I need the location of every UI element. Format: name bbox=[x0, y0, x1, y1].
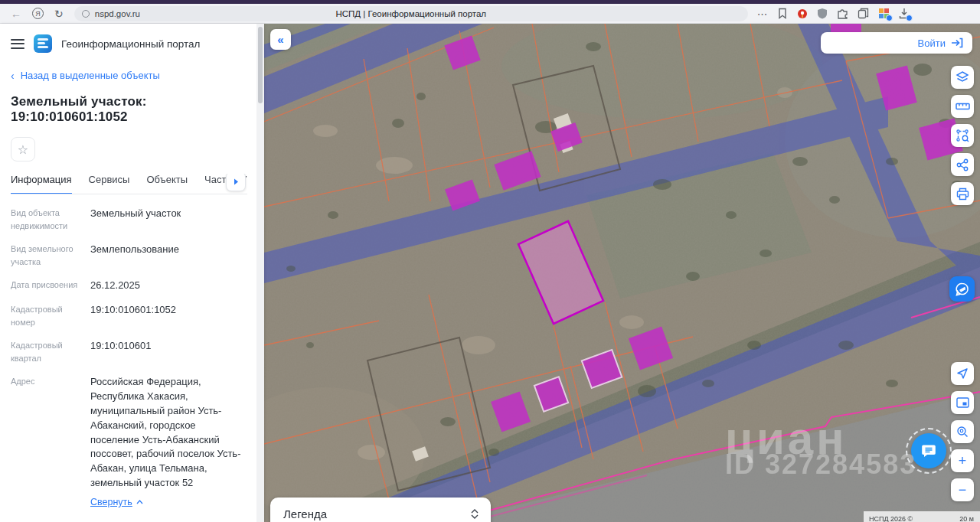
sync-icon[interactable] bbox=[878, 8, 890, 19]
zoom-out-button[interactable]: − bbox=[951, 478, 974, 501]
back-to-selected-link[interactable]: ‹ Назад в выделенные объекты bbox=[11, 70, 247, 81]
locate-button[interactable] bbox=[951, 362, 974, 385]
search-coordinates-button[interactable] bbox=[951, 420, 974, 443]
puzzle-extension-icon[interactable] bbox=[837, 8, 848, 19]
field-value: Земельный участок bbox=[90, 207, 247, 233]
more-icon[interactable]: ⋯ bbox=[757, 8, 768, 20]
legend-panel[interactable]: Легенда bbox=[270, 498, 491, 522]
chevron-up-icon bbox=[136, 500, 143, 504]
chat-bubble-icon bbox=[920, 442, 937, 459]
star-icon: ☆ bbox=[18, 142, 28, 157]
field-row: Кадастровый квартал 19:10:010601 bbox=[11, 339, 247, 365]
share-button[interactable] bbox=[951, 153, 974, 176]
tab-bar: Информация Сервисы Объекты Части ЗУ Сост… bbox=[11, 174, 247, 194]
tab-objects[interactable]: Объекты bbox=[146, 174, 188, 194]
triangle-right-icon bbox=[234, 178, 239, 185]
layers-button[interactable] bbox=[951, 66, 974, 89]
minimap-icon bbox=[956, 397, 969, 408]
attribution-text: НСПД 2026 © bbox=[869, 515, 913, 522]
parcel-title: Земельный участок: 19:10:010601:1052 bbox=[11, 94, 247, 125]
field-label: Вид земельного участка bbox=[11, 243, 90, 269]
field-value: 19:10:010601:1052 bbox=[90, 303, 247, 329]
field-row: Вид объекта недвижимости Земельный участ… bbox=[11, 207, 247, 233]
collapse-label: Свернуть bbox=[90, 495, 132, 509]
minimap-button[interactable] bbox=[951, 391, 974, 414]
login-label: Войти bbox=[918, 38, 946, 49]
map-attribution: НСПД 2026 © 20 м bbox=[864, 511, 980, 522]
sync-badge bbox=[886, 15, 893, 21]
satellite-map-image[interactable] bbox=[264, 24, 980, 522]
area-select-icon bbox=[956, 129, 969, 142]
field-value: Землепользование bbox=[90, 243, 247, 269]
search-location-icon bbox=[956, 426, 969, 438]
sidebar-collapse-button[interactable]: « bbox=[270, 29, 291, 50]
page-title: НСПД | Геоинформационный портал bbox=[74, 9, 748, 18]
browser-toolbar: ← Я ↻ nspd.gov.ru НСПД | Геоинформационн… bbox=[0, 4, 980, 24]
tabs-scroll-right-button[interactable] bbox=[226, 174, 246, 191]
login-arrow-icon bbox=[951, 38, 963, 48]
tab-information[interactable]: Информация bbox=[11, 174, 72, 194]
sidebar-scrollbar[interactable] bbox=[256, 24, 264, 522]
minus-icon: − bbox=[959, 482, 967, 498]
field-row: Кадастровый номер 19:10:010601:1052 bbox=[11, 303, 247, 329]
measure-button[interactable] bbox=[951, 95, 974, 118]
field-value: 19:10:010601 bbox=[90, 339, 247, 365]
menu-icon[interactable] bbox=[11, 39, 24, 49]
plus-icon: + bbox=[959, 453, 967, 469]
field-label: Кадастровый номер bbox=[11, 303, 90, 329]
screen: ← Я ↻ nspd.gov.ru НСПД | Геоинформационн… bbox=[0, 0, 980, 522]
scale-label: 20 м bbox=[959, 515, 974, 522]
refresh-icon[interactable]: ↻ bbox=[54, 8, 64, 20]
back-link-label: Назад в выделенные объекты bbox=[21, 70, 160, 81]
panorama-button[interactable] bbox=[949, 276, 975, 302]
legend-expand-icon[interactable] bbox=[471, 503, 479, 519]
chevron-left-icon: ‹ bbox=[11, 70, 15, 81]
scrollbar-thumb[interactable] bbox=[258, 27, 263, 103]
field-label: Вид объекта недвижимости bbox=[11, 207, 90, 233]
zoom-in-button[interactable]: + bbox=[951, 449, 974, 472]
site-globe-icon bbox=[82, 10, 90, 18]
info-sidebar: Геоинформационный портал ‹ Назад в выдел… bbox=[0, 24, 264, 522]
field-row: Дата присвоения 26.12.2025 bbox=[11, 279, 247, 293]
downloads-icon[interactable] bbox=[899, 8, 910, 19]
field-list: Вид объекта недвижимости Земельный участ… bbox=[11, 207, 247, 522]
portal-logo bbox=[34, 34, 52, 53]
field-label: Адрес bbox=[11, 375, 90, 510]
chat-button[interactable] bbox=[911, 433, 946, 468]
downloads-badge bbox=[906, 15, 913, 21]
map-canvas[interactable]: « Войти + bbox=[264, 24, 980, 522]
area-select-button[interactable] bbox=[951, 124, 974, 147]
legend-label: Легенда bbox=[283, 501, 327, 520]
back-icon[interactable]: ← bbox=[11, 8, 21, 20]
address-bar[interactable]: nspd.gov.ru НСПД | Геоинформационный пор… bbox=[74, 6, 748, 21]
field-label: Дата присвоения bbox=[11, 279, 90, 293]
ruler-icon bbox=[956, 101, 970, 112]
field-value: 26.12.2025 bbox=[90, 279, 247, 293]
collapse-address-link[interactable]: Свернуть bbox=[90, 495, 143, 509]
portal-title: Геоинформационный портал bbox=[61, 38, 200, 50]
yandex-icon[interactable]: Я bbox=[32, 8, 44, 19]
shield-extension-icon[interactable] bbox=[817, 8, 828, 19]
location-arrow-icon bbox=[956, 367, 969, 380]
noise-texture bbox=[264, 24, 980, 522]
pin-extension-icon[interactable] bbox=[797, 8, 808, 19]
field-row-address: Адрес Российская Федерация, Республика Х… bbox=[11, 375, 247, 510]
favorite-button[interactable]: ☆ bbox=[11, 137, 35, 161]
url-text: nspd.gov.ru bbox=[95, 9, 140, 18]
login-button[interactable]: Войти bbox=[821, 32, 972, 54]
panorama-bubble-icon bbox=[955, 282, 970, 297]
field-label: Кадастровый квартал bbox=[11, 339, 90, 365]
share-icon bbox=[956, 158, 969, 171]
address-value: Российская Федерация, Республика Хакасия… bbox=[90, 376, 240, 488]
tab-services[interactable]: Сервисы bbox=[89, 174, 130, 194]
collections-icon[interactable] bbox=[858, 8, 869, 19]
printer-icon bbox=[956, 188, 969, 201]
print-button[interactable] bbox=[951, 182, 974, 205]
bookmark-icon[interactable] bbox=[777, 8, 788, 19]
field-row: Вид земельного участка Землепользование bbox=[11, 243, 247, 269]
layers-icon bbox=[956, 70, 969, 84]
